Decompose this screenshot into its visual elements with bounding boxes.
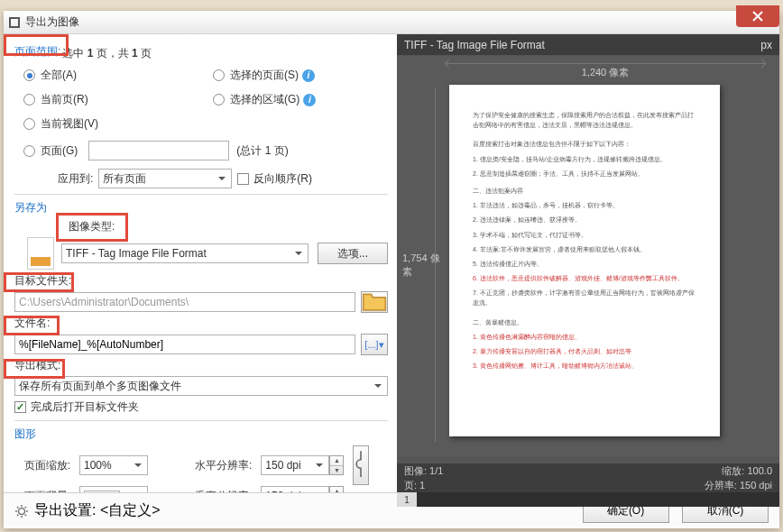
gear-icon[interactable] xyxy=(14,504,29,518)
radio-selected-pages[interactable] xyxy=(213,69,225,81)
folder-icon xyxy=(362,289,387,315)
export-mode-label: 导出模式: xyxy=(14,358,388,373)
preview-header: TIFF - Tag Image File Format px xyxy=(397,34,779,56)
dots-icon: [...]▾ xyxy=(364,339,383,351)
info-icon[interactable]: i xyxy=(303,94,316,106)
dest-folder-label: 目标文件夹: xyxy=(14,273,388,289)
radio-selected-area[interactable] xyxy=(213,94,225,105)
link-icon xyxy=(354,448,368,482)
image-type-label: 图像类型: xyxy=(69,219,388,234)
svg-point-0 xyxy=(19,508,25,514)
window-title: 导出为图像 xyxy=(25,14,79,30)
options-button[interactable]: 选项... xyxy=(318,243,388,264)
export-dialog: 导出为图像 页面范围: 选中 1 页，共 1 页 全部(A) 选择的页面(S)i… xyxy=(4,11,779,528)
preview-tab-1[interactable]: 1 xyxy=(397,492,417,507)
radio-current-view[interactable] xyxy=(23,118,35,130)
preview-footer: 图像: 1/1缩放: 100.0 页: 1分辨率: 150 dpi xyxy=(397,463,779,492)
apply-to-select[interactable]: 所有页面 xyxy=(98,169,232,188)
reverse-order-checkbox[interactable] xyxy=(237,173,249,185)
titlebar: 导出为图像 xyxy=(4,11,779,34)
hres-label: 水平分辨率: xyxy=(195,458,252,473)
page-total: (总计 1 页) xyxy=(236,143,288,159)
link-res-button[interactable] xyxy=(353,445,369,485)
radio-all[interactable] xyxy=(23,69,35,81)
ruler-left: 1,754 像素 xyxy=(402,88,444,442)
radio-page[interactable] xyxy=(23,145,35,157)
hres-spin[interactable]: ▲▼ xyxy=(329,455,344,475)
open-after-label: 完成后打开目标文件夹 xyxy=(31,399,139,415)
close-button[interactable] xyxy=(736,5,779,27)
page-input[interactable] xyxy=(88,141,229,161)
ruler-top: 1,240 像素 xyxy=(446,63,765,79)
dest-folder-input[interactable] xyxy=(14,292,355,312)
open-after-checkbox[interactable] xyxy=(14,401,26,413)
preview-panel: TIFF - Tag Image File Format px 1,240 像素… xyxy=(397,34,779,492)
zoom-label: 页面缩放: xyxy=(14,458,70,473)
close-icon xyxy=(752,11,763,22)
graphics-title: 图形 xyxy=(14,427,388,442)
export-mode-select[interactable]: 保存所有页面到单个多页图像文件 xyxy=(14,376,388,396)
bg-label: 页面背景: xyxy=(14,489,70,493)
zoom-select[interactable]: 100% xyxy=(79,455,148,475)
reverse-order-label: 反向顺序(R) xyxy=(253,171,312,187)
preview-page: 为了保护安全健康的搜索生态，保障搜索用户的合法权益，在此发布搜索产品打击犯网络中… xyxy=(449,85,720,436)
bg-select[interactable] xyxy=(79,486,148,492)
tiff-icon xyxy=(27,237,54,270)
image-type-select[interactable]: TIFF - Tag Image File Format xyxy=(61,243,309,263)
page-range-title: 页面范围: xyxy=(14,44,60,60)
page-range-summary: 选中 1 页，共 1 页 xyxy=(62,46,152,61)
filename-macro-button[interactable]: [...]▾ xyxy=(361,334,388,355)
filename-label: 文件名: xyxy=(14,316,388,331)
browse-folder-button[interactable] xyxy=(361,291,388,313)
hres-select[interactable]: 150 dpi xyxy=(261,455,329,475)
info-icon[interactable]: i xyxy=(302,69,315,82)
radio-current[interactable] xyxy=(23,94,35,105)
filename-input[interactable] xyxy=(14,335,355,354)
vres-label: 垂直分辨率: xyxy=(195,489,252,493)
vres-select[interactable]: 150 dpi xyxy=(261,486,329,492)
window-icon xyxy=(9,17,20,28)
save-as-title: 另存为 xyxy=(14,200,388,216)
vres-spin[interactable]: ▲▼ xyxy=(329,486,344,492)
apply-to-label: 应用到: xyxy=(58,171,93,187)
export-settings-label[interactable]: 导出设置: <自定义> xyxy=(34,501,161,520)
preview-tabs: 1 xyxy=(397,492,779,507)
